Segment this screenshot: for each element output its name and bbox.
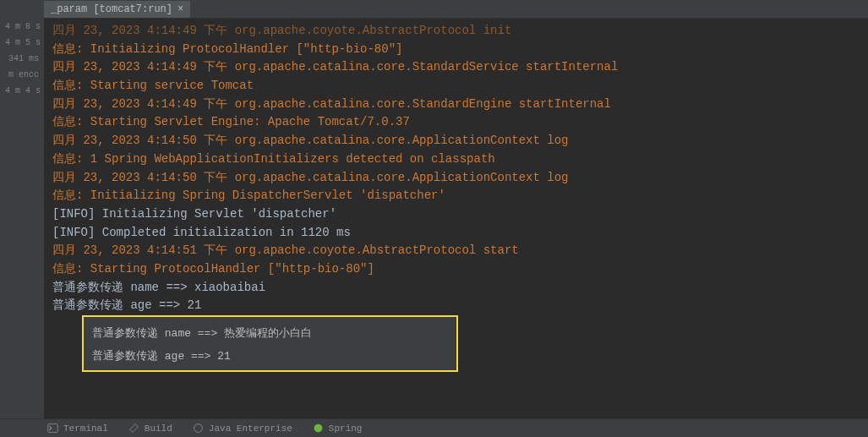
console-output[interactable]: 四月 23, 2023 4:14:49 下午 org.apache.coyote…	[44, 19, 868, 437]
log-line: 信息: 1 Spring WebApplicationInitializers …	[52, 150, 860, 169]
svg-point-2	[314, 424, 322, 433]
main-panel: _param [tomcat7:run] × 四月 23, 2023 4:14:…	[44, 0, 868, 437]
java-ee-tool[interactable]: Java Enterprise	[193, 423, 292, 434]
log-line: 信息: Initializing Spring DispatcherServle…	[52, 187, 860, 205]
highlighted-line: 普通参数传递 age ==> 21	[92, 345, 448, 368]
java-icon	[193, 423, 204, 434]
tab-bar: _param [tomcat7:run] ×	[44, 0, 868, 19]
terminal-label: Terminal	[63, 423, 108, 434]
build-label: Build	[145, 423, 172, 434]
spring-label: Spring	[329, 423, 363, 434]
run-tab[interactable]: _param [tomcat7:run] ×	[44, 1, 190, 18]
build-tool[interactable]: Build	[128, 423, 172, 434]
highlighted-output: 普通参数传递 name ==> 热爱编程的小白白 普通参数传递 age ==> …	[82, 315, 458, 372]
log-line: 信息: Starting service Tomcat	[52, 77, 860, 96]
log-line: 四月 23, 2023 4:14:49 下午 org.apache.catali…	[52, 96, 860, 114]
log-line: 四月 23, 2023 4:14:50 下午 org.apache.catali…	[52, 132, 860, 150]
terminal-icon	[47, 423, 58, 434]
terminal-tool[interactable]: Terminal	[47, 423, 108, 434]
log-line: 普通参数传递 name ==> xiaobaibai	[52, 279, 860, 298]
log-line: 信息: Starting Servlet Engine: Apache Tomc…	[52, 113, 860, 132]
log-line: 信息: Starting ProtocolHandler ["http-bio-…	[52, 260, 860, 279]
java-ee-label: Java Enterprise	[209, 423, 292, 434]
sidebar-time: 4 m 8 s	[0, 19, 44, 35]
svg-rect-0	[48, 424, 57, 433]
svg-point-1	[194, 424, 202, 433]
sidebar-time: m encc	[0, 67, 44, 83]
sidebar: 4 m 8 s 4 m 5 s 341 ms m encc 4 m 4 s	[0, 0, 44, 437]
log-line: 四月 23, 2023 4:14:50 下午 org.apache.catali…	[52, 169, 860, 188]
log-line: [INFO] Initializing Servlet 'dispatcher'	[52, 205, 860, 224]
log-line: 信息: Initializing ProtocolHandler ["http-…	[52, 41, 860, 59]
sidebar-time: 4 m 5 s	[0, 35, 44, 51]
tab-label: _param [tomcat7:run]	[51, 3, 172, 15]
sidebar-time: 341 ms	[0, 51, 44, 67]
close-icon[interactable]: ×	[177, 3, 183, 15]
log-line: [INFO] Completed initialization in 1120 …	[52, 224, 860, 243]
log-line: 四月 23, 2023 4:14:49 下午 org.apache.catali…	[52, 58, 860, 77]
highlighted-line: 普通参数传递 name ==> 热爱编程的小白白	[92, 322, 448, 345]
spring-icon	[313, 423, 324, 434]
log-line: 四月 23, 2023 4:14:51 下午 org.apache.coyote…	[52, 242, 860, 260]
build-icon	[128, 423, 139, 434]
sidebar-time: 4 m 4 s	[0, 83, 44, 99]
bottom-toolbar: Terminal Build Java Enterprise Spring	[0, 418, 868, 437]
log-line: 普通参数传递 age ==> 21	[52, 297, 860, 315]
log-line: 四月 23, 2023 4:14:49 下午 org.apache.coyote…	[52, 22, 860, 41]
spring-tool[interactable]: Spring	[313, 423, 363, 434]
